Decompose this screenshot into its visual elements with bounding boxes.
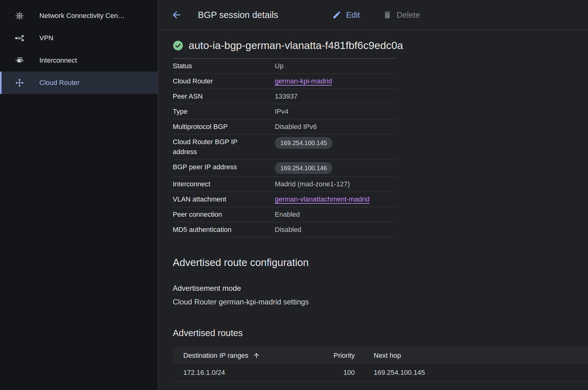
page-title: BGP session details <box>198 0 278 30</box>
ip-address-chip[interactable]: 169.254.100.146 <box>275 162 332 174</box>
advertised-routes-heading: Advertised routes <box>173 328 588 338</box>
detail-row-peer-connection: Peer connection Enabled <box>173 207 397 222</box>
vlan-attachment-link[interactable]: german-vlanattachment-madrid <box>275 194 370 204</box>
detail-row-cloud-router-bgp-ip: Cloud Router BGP IP address 169.254.100.… <box>173 135 397 160</box>
detail-label: Multiprotocol BGP <box>173 122 228 132</box>
pencil-icon <box>332 10 341 20</box>
bgp-session-details-table: Status Up Cloud Router german-kpi-madrid… <box>173 58 397 237</box>
detail-label: Status <box>173 61 192 71</box>
detail-label: Cloud Router <box>173 76 213 86</box>
route-priority: 100 <box>314 369 355 377</box>
advertised-route-configuration-heading: Advertised route configuration <box>173 257 588 268</box>
delete-button[interactable]: Delete <box>383 0 420 30</box>
sidebar-item-network-connectivity-center[interactable]: Network Connectivity Cen… <box>0 5 158 27</box>
advertised-routes-table-header: Destination IP ranges Priority Next hop <box>173 347 588 364</box>
route-destination: 172.16.1.0/24 <box>173 369 314 377</box>
advertised-route-row: 172.16.1.0/24 100 169.254.100.145 <box>173 364 588 382</box>
cloud-router-icon <box>15 78 24 88</box>
detail-value: Disabled IPv6 <box>275 122 317 132</box>
detail-label: Peer ASN <box>173 91 203 101</box>
sidebar-item-label: Interconnect <box>39 56 77 64</box>
sidebar-item-label: VPN <box>39 34 53 42</box>
detail-label: Peer connection <box>173 210 222 219</box>
column-header-next-hop[interactable]: Next hop <box>374 352 401 360</box>
column-header-priority[interactable]: Priority <box>314 352 355 360</box>
detail-label: VLAN attachment <box>173 194 226 204</box>
detail-row-cloud-router: Cloud Router german-kpi-madrid <box>173 74 397 89</box>
back-button[interactable] <box>170 9 183 21</box>
sidebar-item-vpn[interactable]: VPN <box>0 27 158 49</box>
page-header: BGP session details Edit Delete <box>158 0 588 30</box>
status-check-circle-icon <box>173 40 183 51</box>
detail-label: Interconnect <box>173 179 210 189</box>
sort-ascending-arrow-icon[interactable] <box>253 352 260 359</box>
sidebar-item-cloud-router[interactable]: Cloud Router <box>0 72 158 94</box>
detail-value: Disabled <box>275 225 301 235</box>
interconnect-icon <box>15 55 24 65</box>
detail-value: Up <box>275 61 283 71</box>
detail-label: MD5 authentication <box>173 225 232 235</box>
edit-button[interactable]: Edit <box>332 0 360 30</box>
route-next-hop: 169.254.100.145 <box>374 369 425 377</box>
advertised-routes-table: Destination IP ranges Priority Next hop … <box>173 347 588 382</box>
delete-button-label: Delete <box>397 10 420 20</box>
detail-value: 133937 <box>275 91 297 101</box>
detail-row-type: Type IPv4 <box>173 104 397 119</box>
detail-row-peer-asn: Peer ASN 133937 <box>173 89 397 104</box>
advertisement-mode-value: Cloud Router german-kpi-madrid settings <box>173 298 588 306</box>
main-content: auto-ia-bgp-german-vlanatta-f481fbf6c9ed… <box>158 30 588 390</box>
detail-label: BGP peer IP address <box>173 162 237 172</box>
detail-row-md5-authentication: MD5 authentication Disabled <box>173 222 397 237</box>
trash-icon <box>383 10 392 20</box>
sidebar-item-label: Network Connectivity Cen… <box>39 12 125 20</box>
bgp-session-name: auto-ia-bgp-german-vlanatta-f481fbf6c9ed… <box>189 39 403 51</box>
detail-label: Cloud Router BGP IP address <box>173 137 260 157</box>
edit-button-label: Edit <box>346 10 360 20</box>
detail-value: Madrid (mad-zone1-127) <box>275 179 350 189</box>
column-header-destination[interactable]: Destination IP ranges <box>173 352 314 360</box>
detail-row-bgp-peer-ip: BGP peer IP address 169.254.100.146 <box>173 160 397 177</box>
detail-row-vlan-attachment: VLAN attachment german-vlanattachment-ma… <box>173 192 397 207</box>
detail-row-multiprotocol-bgp: Multiprotocol BGP Disabled IPv6 <box>173 119 397 135</box>
network-connectivity-center-icon <box>15 11 24 21</box>
arrow-back-icon <box>171 9 182 20</box>
detail-row-status: Status Up <box>173 59 397 74</box>
left-navigation-sidebar: Network Connectivity Cen… VPN I <box>0 0 158 390</box>
cloud-router-link[interactable]: german-kpi-madrid <box>275 76 332 86</box>
ip-address-chip[interactable]: 169.254.100.145 <box>275 137 332 149</box>
detail-value: IPv4 <box>275 107 288 117</box>
detail-label: Type <box>173 107 188 117</box>
sidebar-item-label: Cloud Router <box>39 79 80 87</box>
sidebar-item-interconnect[interactable]: Interconnect <box>0 49 158 72</box>
advertisement-mode-label: Advertisement mode <box>173 284 588 293</box>
detail-row-interconnect: Interconnect Madrid (mad-zone1-127) <box>173 177 397 192</box>
detail-value: Enabled <box>275 210 300 219</box>
vpn-icon <box>15 33 24 43</box>
resource-title-row: auto-ia-bgp-german-vlanatta-f481fbf6c9ed… <box>173 39 588 51</box>
